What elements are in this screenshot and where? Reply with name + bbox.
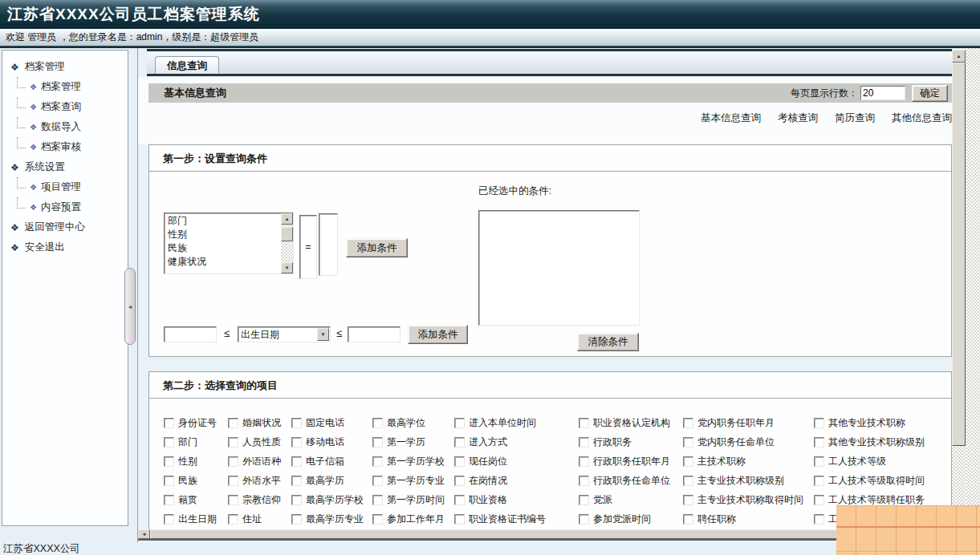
confirm-button[interactable]: 确定 xyxy=(912,85,948,102)
checkbox-item-进入方式[interactable]: 进入方式 xyxy=(454,432,546,452)
checkbox[interactable] xyxy=(372,495,383,505)
checkbox[interactable] xyxy=(372,456,383,467)
checkbox[interactable] xyxy=(579,476,589,486)
horizontal-scroll-thumb[interactable] xyxy=(150,529,943,539)
checkbox-item-职业资格[interactable]: 职业资格 xyxy=(454,490,546,509)
checkbox-item-外语语种[interactable]: 外语语种 xyxy=(228,452,281,471)
checkbox[interactable] xyxy=(291,495,302,505)
checkbox[interactable] xyxy=(164,495,174,505)
checkbox-item-籍贯[interactable]: 籍贯 xyxy=(164,490,217,509)
checkbox[interactable] xyxy=(683,437,693,448)
checkbox-item-工人技术等级[interactable]: 工人技术等级 xyxy=(814,452,925,471)
checkbox[interactable] xyxy=(372,418,383,428)
checkbox-item-行政职务任职年月[interactable]: 行政职务任职年月 xyxy=(579,452,670,471)
checkbox-item-主技术职称[interactable]: 主技术职称 xyxy=(683,452,803,471)
checkbox-item-移动电话[interactable]: 移动电话 xyxy=(291,432,364,452)
sidebar-item-安全退出[interactable]: ❖安全退出 xyxy=(2,237,128,257)
checkbox-item-主专业技术职称取得时间[interactable]: 主专业技术职称取得时间 xyxy=(683,490,803,509)
checkbox-item-电子信箱[interactable]: 电子信箱 xyxy=(291,452,364,471)
checkbox[interactable] xyxy=(372,437,383,448)
sidebar-item-档案管理[interactable]: ❖档案管理 xyxy=(2,57,128,77)
checkbox[interactable] xyxy=(579,418,589,428)
checkbox[interactable] xyxy=(228,418,238,428)
checkbox[interactable] xyxy=(814,437,824,448)
checkbox-item-部门[interactable]: 部门 xyxy=(164,432,217,452)
checkbox[interactable] xyxy=(164,476,174,486)
checkbox[interactable] xyxy=(814,418,824,428)
checkbox[interactable] xyxy=(579,514,589,525)
checkbox-item-第一学历专业[interactable]: 第一学历专业 xyxy=(372,471,445,490)
checkbox-item-民族[interactable]: 民族 xyxy=(164,471,217,490)
nav-link-基本信息查询[interactable]: 基本信息查询 xyxy=(701,111,761,125)
checkbox[interactable] xyxy=(454,476,465,486)
checkbox-item-主专业技术职称级别[interactable]: 主专业技术职称级别 xyxy=(683,471,803,490)
range-field-select[interactable]: 出生日期 ▼ xyxy=(238,326,331,342)
checkbox-item-最高学位[interactable]: 最高学位 xyxy=(372,413,445,432)
checkbox-item-住址[interactable]: 住址 xyxy=(228,509,281,529)
dropdown-button[interactable]: ▼ xyxy=(317,328,329,341)
checkbox-item-宗教信仰[interactable]: 宗教信仰 xyxy=(228,490,281,509)
rows-per-page-input[interactable] xyxy=(860,86,905,100)
checkbox-item-进入本单位时间[interactable]: 进入本单位时间 xyxy=(454,413,546,432)
checkbox-item-其他专业技术职称[interactable]: 其他专业技术职称 xyxy=(814,413,925,432)
sidebar-item-系统设置[interactable]: ❖系统设置 xyxy=(2,157,128,177)
checkbox[interactable] xyxy=(683,514,693,525)
vertical-scrollbar[interactable]: ▲ xyxy=(952,50,966,542)
sidebar-item-返回管理中心[interactable]: ❖返回管理中心 xyxy=(2,217,128,237)
scroll-up-button[interactable]: ▲ xyxy=(281,213,293,225)
checkbox[interactable] xyxy=(454,495,465,505)
checkbox-item-工人技术等级取得时间[interactable]: 工人技术等级取得时间 xyxy=(814,471,925,490)
checkbox[interactable] xyxy=(164,514,174,525)
checkbox[interactable] xyxy=(291,476,302,486)
range-min-input[interactable] xyxy=(164,326,217,342)
sidebar-collapse-handle[interactable]: ◄ xyxy=(124,268,136,345)
checkbox-item-第一学历学校[interactable]: 第一学历学校 xyxy=(372,452,445,471)
clear-conditions-button[interactable]: 清除条件 xyxy=(577,333,639,351)
sidebar-item-档案审核[interactable]: ❖档案审核 xyxy=(2,137,128,157)
checkbox-item-第一学历[interactable]: 第一学历 xyxy=(372,432,445,452)
checkbox-item-职业资格证书编号[interactable]: 职业资格证书编号 xyxy=(454,509,546,529)
checkbox[interactable] xyxy=(291,514,302,525)
checkbox-item-固定电话[interactable]: 固定电话 xyxy=(291,413,364,432)
checkbox-item-党派[interactable]: 党派 xyxy=(579,490,670,509)
checkbox[interactable] xyxy=(814,456,824,467)
value-listbox[interactable] xyxy=(319,213,338,276)
checkbox[interactable] xyxy=(228,495,238,505)
checkbox-item-外语水平[interactable]: 外语水平 xyxy=(228,471,281,490)
checkbox-item-职业资格认定机构[interactable]: 职业资格认定机构 xyxy=(579,413,670,432)
checkbox-item-党内职务任职年月[interactable]: 党内职务任职年月 xyxy=(683,413,803,432)
checkbox-item-婚姻状况[interactable]: 婚姻状况 xyxy=(228,413,281,432)
checkbox-item-参加工作年月[interactable]: 参加工作年月 xyxy=(372,509,445,529)
scroll-down-button[interactable]: ▼ xyxy=(281,262,293,273)
vertical-scroll-thumb[interactable] xyxy=(952,63,966,446)
checkbox[interactable] xyxy=(164,418,174,428)
checkbox-item-行政职务[interactable]: 行政职务 xyxy=(579,432,670,452)
checkbox[interactable] xyxy=(683,495,693,505)
checkbox[interactable] xyxy=(683,456,693,467)
checkbox[interactable] xyxy=(814,514,824,525)
checkbox[interactable] xyxy=(579,456,589,467)
sidebar-item-项目管理[interactable]: ❖项目管理 xyxy=(2,177,128,197)
checkbox-item-性别[interactable]: 性别 xyxy=(164,452,217,471)
nav-link-简历查询[interactable]: 简历查询 xyxy=(835,111,875,125)
checkbox[interactable] xyxy=(454,514,465,525)
checkbox-item-聘任职称[interactable]: 聘任职称 xyxy=(683,509,803,529)
checkbox[interactable] xyxy=(228,437,238,448)
checkbox-item-党内职务任命单位[interactable]: 党内职务任命单位 xyxy=(683,432,803,452)
operator-listbox[interactable]: = xyxy=(299,215,317,279)
field-option-性别[interactable]: 性别 xyxy=(165,228,280,241)
checkbox[interactable] xyxy=(291,456,302,467)
checkbox[interactable] xyxy=(454,437,465,448)
sidebar-item-档案查询[interactable]: ❖档案查询 xyxy=(2,97,128,117)
tab-info-query[interactable]: 信息查询 xyxy=(155,56,219,74)
checkbox-item-身份证号[interactable]: 身份证号 xyxy=(164,413,217,432)
range-max-input[interactable] xyxy=(348,326,401,342)
checkbox[interactable] xyxy=(291,418,302,428)
checkbox[interactable] xyxy=(579,437,589,448)
field-option-民族[interactable]: 民族 xyxy=(165,241,280,255)
checkbox-item-第一学历时间[interactable]: 第一学历时间 xyxy=(372,490,445,509)
checkbox[interactable] xyxy=(372,514,383,525)
checkbox[interactable] xyxy=(579,495,589,505)
checkbox-item-其他专业技术职称级别[interactable]: 其他专业技术职称级别 xyxy=(814,432,925,452)
checkbox[interactable] xyxy=(454,418,465,428)
